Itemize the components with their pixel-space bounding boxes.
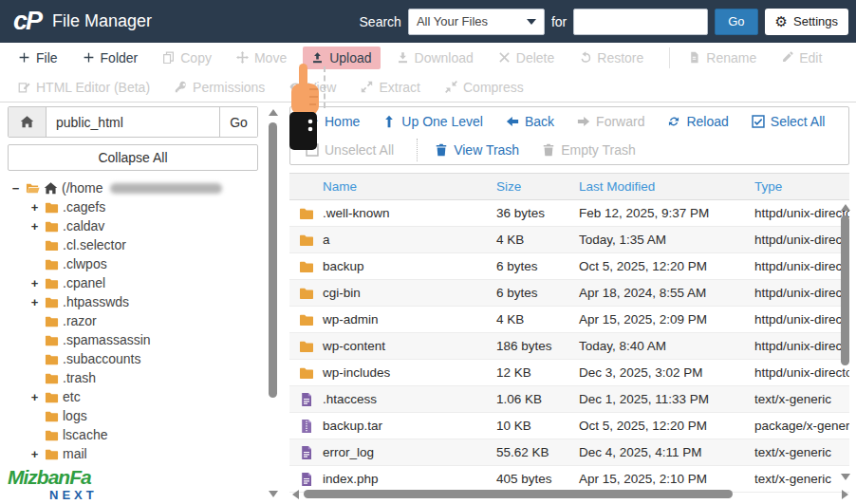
download-button[interactable]: Download <box>388 47 482 69</box>
tree-item-logs[interactable]: logs <box>9 406 258 425</box>
table-row-error-log[interactable]: error_log55.62 KBDec 4, 2025, 4:11 PMtex… <box>289 439 849 466</box>
tree-expander[interactable]: + <box>28 200 41 215</box>
folder-icon <box>299 206 314 221</box>
tree-item-lscache[interactable]: lscache <box>9 425 258 444</box>
tree-item-razor[interactable]: .razor <box>9 311 258 330</box>
tree-item-cl-selector[interactable]: .cl.selector <box>9 235 258 254</box>
column-header-size[interactable]: Size <box>496 179 579 194</box>
tree-item-caldav[interactable]: +.caldav <box>9 216 258 235</box>
scroll-left-arrow-icon[interactable] <box>292 490 299 499</box>
back-button[interactable]: Back <box>506 114 554 129</box>
horizontal-scroll-track[interactable] <box>302 488 839 500</box>
permissions-icon <box>175 81 187 93</box>
horizontal-scroll-thumb[interactable] <box>304 490 733 498</box>
table-row-htaccess[interactable]: .htaccess1.06 KBDec 1, 2025, 11:33 PMtex… <box>289 386 849 413</box>
table-row-a[interactable]: a4 KBToday, 1:35 AMhttpd/unix-directory <box>289 227 849 253</box>
tree-item-etc[interactable]: +etc <box>9 387 258 406</box>
table-row-backup-tar[interactable]: backup.tar10 KBOct 5, 2025, 12:20 PMpack… <box>289 413 849 439</box>
row-icon-cell <box>289 233 323 248</box>
tree-expander[interactable]: − <box>9 181 22 196</box>
restore-button[interactable]: Restore <box>570 47 652 69</box>
home-icon <box>44 181 58 196</box>
search-input[interactable] <box>573 9 708 35</box>
html-editor-beta-button[interactable]: HTML Editor (Beta) <box>9 76 158 99</box>
scroll-up-arrow-icon[interactable] <box>841 204 850 211</box>
path-input[interactable] <box>47 107 219 137</box>
tree-item-subaccounts[interactable]: .subaccounts <box>9 349 258 368</box>
table-row-wp-admin[interactable]: wp-admin4 KBApr 15, 2025, 2:09 PMhttpd/u… <box>289 307 849 333</box>
tree-expander[interactable]: + <box>28 276 41 290</box>
cell-name: wp-admin <box>323 312 496 327</box>
search-scope-value: All Your Files <box>417 14 488 28</box>
browser-toolbar-row-1: HomeUp One LevelBackForwardReloadSelect … <box>290 107 848 136</box>
cell-modified: Apr 15, 2025, 2:09 PM <box>579 312 754 327</box>
tree-item-mail[interactable]: +mail <box>9 444 258 463</box>
column-header-type[interactable]: Type <box>754 179 849 194</box>
redacted-username <box>110 183 222 194</box>
tree-item-label: logs <box>63 408 87 423</box>
tree-item-spamassassin[interactable]: .spamassassin <box>9 330 258 349</box>
select-all-label: Select All <box>771 114 826 129</box>
compress-button[interactable]: Compress <box>437 76 532 99</box>
extract-button[interactable]: Extract <box>352 76 429 99</box>
table-scroll-track[interactable] <box>839 214 852 471</box>
tree-item-htpasswds[interactable]: +.htpasswds <box>9 292 258 311</box>
empty-trash-button[interactable]: Empty Trash <box>542 142 636 158</box>
tree-item-trash[interactable]: .trash <box>9 368 258 387</box>
row-icon-cell <box>289 472 323 487</box>
scroll-up-arrow-icon[interactable] <box>269 109 278 116</box>
rename-icon <box>688 51 700 64</box>
folder-button[interactable]: Folder <box>74 47 147 69</box>
path-home-button[interactable] <box>9 107 47 137</box>
tree-item-cpanel[interactable]: +.cpanel <box>9 273 258 292</box>
table-row-wp-content[interactable]: wp-content186 bytesToday, 8:40 AMhttpd/u… <box>289 333 849 360</box>
view-trash-button[interactable]: View Trash <box>435 142 519 158</box>
table-row-cgi-bin[interactable]: cgi-bin6 bytesApr 18, 2024, 8:55 AMhttpd… <box>289 280 849 307</box>
scroll-down-arrow-icon[interactable] <box>841 474 850 480</box>
table-scroll-thumb[interactable] <box>841 215 849 365</box>
table-row-well-known[interactable]: .well-known36 bytesFeb 12, 2025, 9:37 PM… <box>289 200 849 227</box>
table-row-wp-includes[interactable]: wp-includes12 KBDec 3, 2025, 3:02 PMhttp… <box>289 360 849 386</box>
collapse-all-button[interactable]: Collapse All <box>8 144 258 171</box>
tree-item-cagefs[interactable]: +.cagefs <box>9 197 258 216</box>
search-go-button[interactable]: Go <box>715 9 757 35</box>
tree-expander[interactable]: + <box>28 447 41 461</box>
path-go-button[interactable]: Go <box>219 107 257 137</box>
sidebar-scroll-track[interactable] <box>267 119 280 488</box>
view-trash-label: View Trash <box>454 142 519 158</box>
folder-icon <box>45 333 59 347</box>
forward-button[interactable]: Forward <box>577 114 644 129</box>
copy-icon <box>162 51 175 64</box>
settings-button[interactable]: ⚙ Settings <box>765 9 848 35</box>
delete-button[interactable]: Delete <box>490 47 563 69</box>
folder-icon <box>299 286 314 301</box>
search-scope-select[interactable]: All Your Files <box>408 9 545 35</box>
tree-expander[interactable]: + <box>28 295 41 309</box>
copy-button[interactable]: Copy <box>154 47 220 69</box>
tree-expander[interactable]: + <box>28 219 41 233</box>
tree-expander[interactable]: + <box>28 390 41 404</box>
file-button[interactable]: File <box>9 47 66 69</box>
select-all-button[interactable]: Select All <box>752 114 826 129</box>
up-one-level-button[interactable]: Up One Level <box>382 114 483 129</box>
row-icon-cell <box>289 339 323 354</box>
sidebar-scroll-thumb[interactable] <box>269 122 277 398</box>
cell-modified: Feb 12, 2025, 9:37 PM <box>579 206 754 220</box>
cell-size: 36 bytes <box>496 206 579 220</box>
column-header-last-modified[interactable]: Last Modified <box>579 179 754 194</box>
table-row-backup[interactable]: backup6 bytesOct 5, 2025, 12:20 PMhttpd/… <box>289 253 849 280</box>
rename-button[interactable]: Rename <box>679 47 765 69</box>
tree-item-home[interactable]: −(/home <box>9 178 258 197</box>
edit-button[interactable]: Edit <box>772 47 830 69</box>
cell-size: 1.06 KB <box>496 392 579 406</box>
reload-button[interactable]: Reload <box>667 114 728 129</box>
cell-name: index.php <box>323 472 496 486</box>
cell-type: httpd/unix-directory <box>754 259 849 273</box>
scroll-right-arrow-icon[interactable] <box>842 490 848 499</box>
back-icon <box>506 115 519 128</box>
scroll-down-arrow-icon[interactable] <box>269 491 278 497</box>
column-header-name[interactable]: Name <box>323 179 496 194</box>
trash-icon <box>435 143 448 157</box>
permissions-button[interactable]: Permissions <box>166 76 273 99</box>
tree-item-clwpos[interactable]: .clwpos <box>9 254 258 273</box>
